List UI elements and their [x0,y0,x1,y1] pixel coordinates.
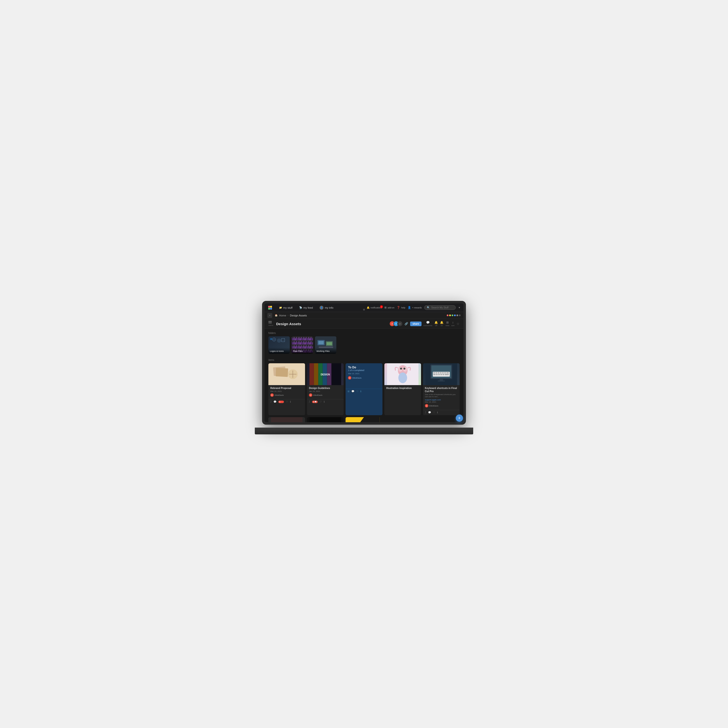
nav-right-section: 🔔 2 notifications ⊞ add-on ❓ help 👤 [367,305,460,310]
fab-add-button[interactable]: + [456,414,463,422]
laptop-screen: 📁 my stuff 📡 my feed 👤 my info 🔔 2 notif… [265,303,463,422]
todo-title: To Do [348,366,380,369]
design-info-icon[interactable]: ℹ [324,401,325,403]
keyboard-info-icon[interactable]: ℹ [437,411,438,414]
svg-rect-52 [433,374,435,375]
share-action-icon[interactable]: ⤴ [270,401,272,403]
color-dot-gray [456,315,458,316]
design-like-icon[interactable]: ♡ [320,401,322,403]
blank-svg [307,417,344,422]
todo-like-icon[interactable]: ♡ [356,390,358,393]
color-dot-green [451,315,453,316]
item-todo[interactable]: To Do 2 of 4 completed Mar 10, 2021 E El… [346,363,382,415]
my-stuff-label: my stuff [283,306,292,309]
folder-logos-icons[interactable]: 👥 Logos & Icons [268,336,290,354]
laptop-body: 📁 my stuff 📡 my feed 👤 my info 🔔 2 notif… [262,301,466,425]
collaborator-count: 2 [397,321,402,326]
addon-action[interactable]: ⊞ add-on [384,306,394,309]
on-action[interactable]: 🔔 on [440,321,444,327]
illustration-svg [384,363,421,385]
logos-pattern [268,336,290,347]
menu-line-1 [268,321,272,321]
sort-action[interactable]: ↕ sort [451,321,454,327]
comment-action-icon[interactable]: 💬 [274,401,277,403]
todo-comment-icon[interactable]: 💬 [352,390,354,393]
account-dropdown[interactable]: ▼ [458,306,460,309]
collaborators-stack: A B 2 [390,321,402,326]
piggy-svg [268,417,305,422]
keyboard-comment-icon[interactable]: 💬 [428,411,431,414]
rebrand-badge: 1 🔴 [278,401,284,403]
breadcrumb-current: Design Assets [290,314,307,317]
todo-info-icon[interactable]: ℹ [360,390,361,393]
svg-rect-57 [445,374,449,375]
off-label: off [435,324,437,327]
folder-working-files[interactable]: Working Files [315,336,336,354]
design-info: Design Guidelines Jan 15, 2021 E ElliotD… [307,385,344,399]
svg-point-0 [268,306,270,308]
svg-point-40 [403,368,405,370]
breadcrumb-home[interactable]: Home [279,314,286,317]
app-logo[interactable] [268,305,273,310]
rewards-icon: 👤 [408,306,411,309]
favorite-star-button[interactable]: ☆ [456,322,460,326]
rewards-action[interactable]: 👤 + rewards [408,306,422,309]
share-button[interactable]: share [410,321,422,326]
keyboard-share-icon[interactable]: ⤴ [425,411,426,414]
design-date: Jan 15, 2021 [309,390,342,392]
rebrand-svg [268,363,305,385]
rebrand-author-name: ElliotDavis [275,394,284,396]
menu-button[interactable]: menu [268,321,273,326]
svg-point-39 [400,368,402,370]
svg-rect-18 [327,342,332,345]
item-keyboard-shortcuts[interactable]: Keyboard shortcuts in Final Cut Pro See … [423,363,460,415]
todo-share-icon[interactable]: ⊞ [347,390,349,393]
item-illustration[interactable]: Illustration Inspiration [384,363,421,415]
link-icon[interactable]: 🔗 [405,322,408,326]
laptop-base [255,428,473,434]
todo-author-name: ElliotDavis [352,377,361,379]
item-blank[interactable] [307,417,344,422]
home-icon: 🏠 [275,314,278,317]
design-share-icon[interactable]: ⤴ [309,401,310,403]
info-action-icon[interactable]: ℹ [290,401,291,403]
notifications-action[interactable]: 🔔 2 notifications [367,306,382,309]
comments-action[interactable]: 💬 comments [424,321,433,327]
main-content: folders 👥 [265,329,463,422]
view-action[interactable]: ⊞ view [445,321,450,327]
keyboard-like-icon[interactable]: ♡ [433,411,435,414]
keyboard-url: support.apple.com [425,399,458,401]
color-dot-yellow [449,315,451,316]
nav-tab-myinfo[interactable]: 👤 my info [317,305,336,310]
notification-badge: 2 [380,305,383,308]
help-action[interactable]: ❓ help [397,306,405,309]
keyboard-thumb [423,363,460,385]
folder-raw-files[interactable]: Raw Files [292,336,313,354]
keyboard-author-name: ElliotDavis [429,405,438,407]
off-action[interactable]: 🔔 off [434,321,438,327]
keyboard-svg [423,363,460,385]
nav-tab-mystuff[interactable]: 📁 my stuff [277,305,295,310]
my-info-label: my info [325,306,333,309]
todo-progress: 2 of 4 completed [348,369,380,372]
search-bar[interactable]: 🔍 [424,305,456,310]
expenses-svg [346,417,382,422]
item-design-guidelines[interactable]: DESIGN Design Guidelines Jan 15, 2021 E … [307,363,344,415]
svg-rect-51 [446,372,449,373]
item-expenses[interactable]: Expenses Mar 10, 2021 E ElliotDavis ⤴ 💬 … [346,417,382,422]
folder-working-overlay: Working Files [315,347,336,354]
svg-text:DESIGN: DESIGN [321,373,330,376]
todo-content: To Do 2 of 4 completed Mar 10, 2021 E El… [346,363,382,389]
search-input[interactable] [431,306,451,309]
menu-line-2 [268,322,272,323]
nav-tab-myfeed[interactable]: 📡 my feed [297,305,315,310]
help-label: help [401,306,405,309]
folder-raw-name: Raw Files [293,350,303,352]
like-action-icon[interactable]: ♡ [286,401,288,403]
chevron-down-icon: ▼ [458,306,460,309]
item-piggy-bank[interactable]: 🗑 [268,417,305,422]
item-rebrand-proposal[interactable]: Rebrand Proposal Mar 10, 2021 E ElliotDa… [268,363,305,415]
back-button[interactable]: ‹ [268,313,272,318]
svg-rect-48 [440,372,441,373]
color-dot-red [447,315,448,316]
